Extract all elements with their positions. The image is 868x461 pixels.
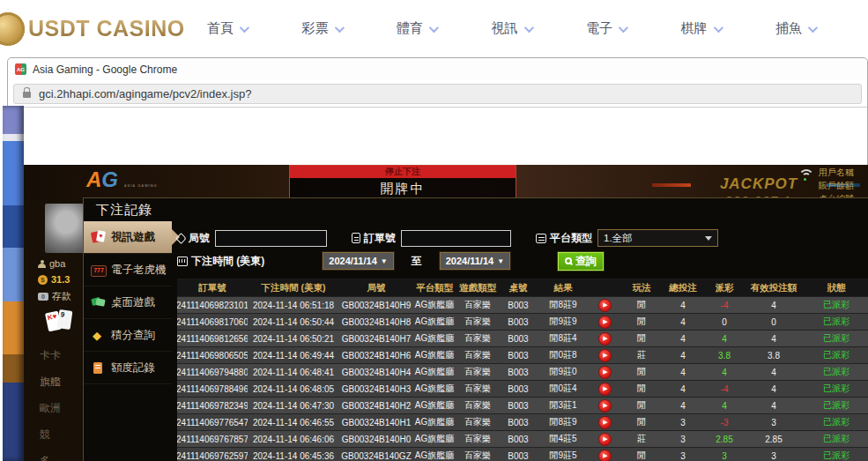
bet-status-top: 停止下注 — [290, 166, 516, 178]
play-video-button[interactable]: ▶ — [598, 383, 612, 396]
platform-select[interactable]: 1.全部 — [597, 229, 718, 247]
sidebar-item-視訊遊戲[interactable]: 視訊遊戲 — [84, 221, 172, 254]
rail-item-label: 歐洲 — [40, 401, 61, 416]
game-topstrip: AG ASIA GAMING 停止下注 開牌中 JACKPOT 200,007.… — [16, 165, 868, 200]
chevron-down-icon — [240, 22, 249, 32]
col-header: 總投注 — [664, 280, 702, 296]
rail-item-競[interactable]: 競 — [40, 428, 84, 442]
cell-play-type: 莊 — [619, 431, 664, 447]
nav-item-電子[interactable]: 電子 — [586, 20, 626, 37]
cell-play-video: ▶ — [590, 414, 619, 430]
left-rail-menu: 卡卡旗艦歐洲競多777電子捕魚 — [33, 348, 84, 461]
cell-game: 百家樂 — [456, 331, 500, 346]
sidebar-item-額度記錄[interactable]: 額度記錄 — [84, 352, 172, 384]
nav-item-捕魚[interactable]: 捕魚 — [775, 20, 815, 37]
play-video-button[interactable]: ▶ — [598, 399, 612, 413]
rail-item-旗艦[interactable]: 旗艦 — [40, 375, 84, 390]
rail-item-卡卡[interactable]: 卡卡 — [40, 348, 84, 363]
cell-valid-bet: 3.8 — [746, 347, 801, 363]
cell-time: 2024-11-14 06:50:44 — [248, 314, 339, 330]
search-button[interactable]: 查詢 — [558, 252, 604, 271]
url-bar[interactable]: gci.2hhapi.com/agingame/pcv2/index.jsp? — [13, 84, 862, 104]
deposit-icon: 0 — [38, 293, 48, 301]
sidebar-item-label: 桌面遊戲 — [111, 295, 155, 310]
cell-order: 241114069823101 — [177, 297, 248, 313]
sidebar-item-桌面遊戲[interactable]: 桌面遊戲 — [84, 286, 172, 319]
deposit-label: 存款 — [52, 290, 71, 303]
game-page: AG ASIA GAMING 停止下注 開牌中 JACKPOT 200,007.… — [16, 165, 868, 461]
rail-item-多[interactable]: 多 — [40, 454, 84, 461]
cell-result: 閒8莊9 — [537, 414, 590, 430]
order-input[interactable] — [401, 230, 511, 247]
cell-valid-bet: 3 — [746, 448, 801, 461]
cell-round: GB00324B140H6 — [339, 347, 413, 363]
date-from-select[interactable]: 2024/11/14▼ — [323, 252, 393, 270]
cell-table-no: B003 — [500, 381, 537, 397]
cell-time: 2024-11-14 06:48:05 — [248, 381, 339, 397]
play-video-button[interactable]: ▶ — [598, 299, 612, 312]
date-to-select[interactable]: 2024/11/14▼ — [440, 252, 510, 270]
cell-payout: -4 — [702, 297, 746, 313]
play-video-button[interactable]: ▶ — [598, 349, 612, 362]
nav-item-棋牌[interactable]: 棋牌 — [681, 20, 721, 37]
play-video-button[interactable]: ▶ — [598, 450, 612, 461]
rail-item-歐洲[interactable]: 歐洲 — [40, 401, 84, 416]
cell-valid-bet: 0 — [746, 314, 801, 330]
play-video-button[interactable]: ▶ — [598, 316, 612, 329]
cell-bet: 3 — [664, 431, 702, 447]
cell-round: GB00324B140H7 — [339, 331, 413, 346]
chevron-down-icon — [429, 22, 439, 32]
cell-payout: 0 — [702, 314, 746, 330]
sidebar-item-電子老虎機[interactable]: 電子老虎機 — [84, 254, 172, 286]
cell-play-video: ▶ — [590, 398, 619, 413]
to-label: 至 — [412, 254, 422, 269]
cell-result: 閒0莊4 — [537, 381, 590, 397]
card-nine-icon: 9 — [57, 309, 73, 330]
rail-item-label: 競 — [40, 428, 50, 442]
cell-round: GB00324B140H2 — [339, 398, 413, 413]
cell-play-video: ▶ — [590, 297, 619, 313]
play-video-button[interactable]: ▶ — [598, 332, 612, 346]
cell-table-no: B003 — [500, 347, 537, 363]
cell-order: 241114069782349 — [177, 398, 248, 413]
account-info-label: 賬戶餘額 — [819, 180, 854, 192]
site-logo[interactable]: USDT CASINO — [0, 12, 189, 46]
cell-bet: 4 — [664, 331, 702, 346]
bet-table: 訂單號下注時間 (美東)局號平台類型遊戲類型桌號結果玩法總投注派彩有效投注額狀態… — [177, 279, 868, 461]
document-icon — [91, 361, 106, 375]
sidebar-item-積分查詢[interactable]: 積分查詢 — [84, 319, 172, 352]
play-video-button[interactable]: ▶ — [598, 416, 612, 429]
sidebar-item-label: 視訊遊戲 — [111, 230, 155, 245]
nav-item-label: 視訊 — [492, 20, 518, 37]
cell-platform: AG旗艦廳 — [413, 364, 456, 380]
round-input[interactable] — [215, 230, 327, 247]
nav-item-視訊[interactable]: 視訊 — [492, 20, 531, 37]
cell-payout: 2.85 — [702, 431, 746, 447]
cell-play-type: 閒 — [619, 331, 664, 346]
cell-status: 已派彩 — [801, 381, 868, 397]
cell-valid-bet: 4 — [746, 381, 801, 397]
cards-decoration: K♥ 9 — [47, 310, 77, 337]
cell-time: 2024-11-14 06:50:21 — [248, 331, 339, 346]
nav-item-體育[interactable]: 體育 — [397, 20, 436, 37]
browser-titlebar[interactable]: AG Asia Gaming - Google Chrome — [8, 58, 867, 80]
cell-platform: AG旗艦廳 — [413, 448, 456, 461]
play-video-button[interactable]: ▶ — [598, 366, 612, 379]
nav-item-彩票[interactable]: 彩票 — [302, 20, 342, 37]
browser-window: AG Asia Gaming - Google Chrome gci.2hhap… — [7, 57, 868, 461]
cell-table-no: B003 — [500, 398, 537, 413]
cell-bet: 4 — [664, 314, 702, 330]
cell-time: 2024-11-14 06:49:44 — [248, 347, 339, 363]
cell-payout: 3 — [702, 448, 746, 461]
nav-item-label: 捕魚 — [775, 20, 802, 37]
cell-time: 2024-11-14 06:48:41 — [248, 364, 339, 380]
nav-item-首頁[interactable]: 首頁 — [207, 20, 247, 37]
col-header: 桌號 — [500, 280, 537, 296]
left-rail: gba $31.3 0存款 K♥ 9 卡卡旗艦歐洲競多777電子捕魚 — [33, 200, 84, 461]
person-icon — [38, 260, 46, 268]
filter-row-2: 下注時間 (美東) 2024/11/14▼ 至 2024/11/14▼ 查詢 — [177, 249, 868, 272]
cell-round: GB00324B140H3 — [339, 381, 413, 397]
play-video-button[interactable]: ▶ — [598, 433, 612, 446]
tag-icon — [175, 233, 187, 244]
cell-table-no: B003 — [500, 448, 537, 461]
